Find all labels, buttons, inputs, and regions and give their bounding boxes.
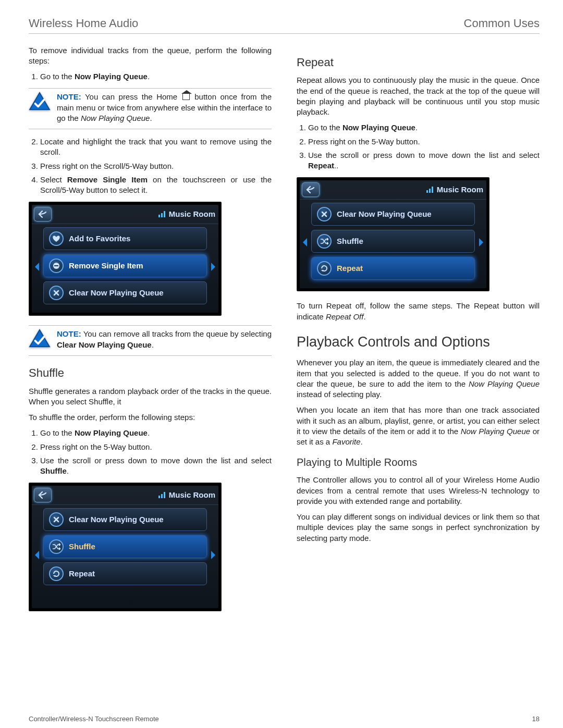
multiple-rooms-heading: Playing to Multiple Rooms: [297, 455, 540, 470]
right-column: Repeat Repeat allows you to continuously…: [297, 45, 540, 621]
scroll-left-arrow[interactable]: [32, 505, 41, 605]
repeat-icon: [49, 566, 64, 581]
scroll-right-arrow[interactable]: [209, 505, 218, 605]
body-text: Whenever you play an item, the queue is …: [297, 357, 540, 400]
page-number: 18: [532, 714, 540, 724]
list-item: Press right on the Scroll/5-Way button.: [40, 161, 272, 171]
heart-icon: [49, 231, 64, 246]
back-button[interactable]: [34, 207, 52, 221]
chevron-right-icon: [211, 263, 216, 271]
menu-item-repeat[interactable]: Repeat: [43, 562, 207, 585]
list-item: Go to the Now Playing Queue.: [308, 122, 540, 133]
list-item: Use the scroll or press down to move dow…: [40, 455, 272, 477]
body-text: When you locate an item that has more th…: [297, 405, 540, 447]
body-text: You can play different songs on individu…: [297, 512, 540, 544]
playback-controls-heading: Playback Controls and Options: [297, 332, 540, 351]
menu-item-clear-queue[interactable]: Clear Now Playing Queue: [43, 508, 207, 531]
screen-title: Music Room: [158, 490, 215, 500]
svg-marker-5: [30, 330, 50, 347]
signal-icon: [158, 211, 166, 217]
list-item: Go to the Now Playing Queue.: [40, 71, 272, 82]
note-box: NOTE: You can remove all tracks from the…: [29, 325, 272, 356]
signal-icon: [426, 187, 434, 193]
body-text: The Controller allows you to control all…: [297, 475, 540, 507]
footer-left: Controller/Wireless-N Touchscreen Remote: [29, 714, 159, 724]
remove-steps: Go to the Now Playing Queue.: [40, 71, 272, 82]
menu-item-clear-queue[interactable]: Clear Now Playing Queue: [311, 203, 475, 226]
svg-marker-0: [30, 93, 50, 109]
left-column: To remove individual tracks from the que…: [29, 45, 272, 621]
remove-icon: [49, 258, 64, 273]
chevron-right-icon: [211, 551, 216, 559]
page-footer: Controller/Wireless-N Touchscreen Remote…: [29, 714, 540, 724]
chevron-left-icon: [302, 238, 307, 246]
close-icon: [49, 512, 64, 527]
body-text: To shuffle the order, perform the follow…: [29, 412, 272, 423]
repeat-icon: [317, 261, 332, 276]
shuffle-icon: [317, 234, 332, 249]
screen-title: Music Room: [158, 209, 215, 219]
back-arrow-icon: [38, 491, 48, 499]
list-item: Locate and highlight the track that you …: [40, 137, 272, 158]
shuffle-heading: Shuffle: [29, 365, 272, 381]
close-icon: [49, 286, 64, 300]
body-text: To turn Repeat off, follow the same step…: [297, 301, 540, 322]
chevron-right-icon: [479, 238, 484, 246]
intro-text: To remove individual tracks from the que…: [29, 45, 272, 67]
note-box: NOTE: You can press the Home button once…: [29, 88, 272, 129]
header-right: Common Uses: [464, 16, 540, 31]
scroll-left-arrow[interactable]: [300, 200, 309, 285]
body-text: Shuffle generates a random playback orde…: [29, 386, 272, 408]
svg-marker-8: [211, 551, 215, 559]
repeat-steps: Go to the Now Playing Queue. Press right…: [308, 122, 540, 171]
header-left: Wireless Home Audio: [29, 16, 138, 31]
menu-item-shuffle[interactable]: Shuffle: [43, 535, 207, 558]
list-item: Press right on the 5-Way button.: [40, 442, 272, 452]
shuffle-steps: Go to the Now Playing Queue. Press right…: [40, 428, 272, 476]
scroll-right-arrow[interactable]: [209, 224, 218, 310]
back-arrow-icon: [38, 210, 48, 218]
menu-item-shuffle[interactable]: Shuffle: [311, 230, 475, 253]
chevron-left-icon: [34, 551, 39, 559]
touchscreen-mock: Music Room Add to Favorites: [29, 202, 222, 316]
list-item: Use the scroll or press down to move dow…: [308, 150, 540, 171]
check-triangle-icon: [29, 329, 51, 349]
screen-title: Music Room: [426, 184, 483, 195]
close-icon: [317, 207, 332, 221]
signal-icon: [158, 492, 166, 498]
svg-rect-3: [54, 265, 58, 266]
remove-steps-cont: Locate and highlight the track that you …: [40, 137, 272, 195]
home-icon: [182, 94, 190, 100]
scroll-right-arrow[interactable]: [477, 200, 486, 285]
menu-item-favorites[interactable]: Add to Favorites: [43, 227, 207, 250]
svg-marker-9: [303, 238, 307, 246]
list-item: Go to the Now Playing Queue.: [40, 428, 272, 438]
note-text: NOTE: You can press the Home button once…: [57, 92, 272, 124]
repeat-heading: Repeat: [297, 55, 540, 70]
list-item: Select Remove Single Item on the touchsc…: [40, 175, 272, 196]
svg-marker-11: [479, 238, 483, 246]
menu-item-clear-queue[interactable]: Clear Now Playing Queue: [43, 281, 207, 304]
check-triangle-icon: [29, 92, 51, 112]
note-text: NOTE: You can remove all tracks from the…: [57, 329, 272, 350]
shuffle-icon: [49, 539, 64, 554]
scroll-left-arrow[interactable]: [32, 224, 41, 310]
page-header: Wireless Home Audio Common Uses: [29, 16, 540, 34]
back-arrow-icon: [305, 186, 316, 194]
touchscreen-mock: Music Room Clear Now Playing Queue Shuff…: [297, 177, 489, 291]
body-text: Repeat allows you to continuously play t…: [297, 75, 540, 117]
svg-marker-1: [35, 263, 39, 271]
back-button[interactable]: [302, 182, 320, 197]
back-button[interactable]: [34, 488, 52, 502]
svg-marker-4: [211, 263, 215, 271]
svg-marker-6: [35, 551, 39, 559]
chevron-left-icon: [34, 263, 39, 271]
touchscreen-mock: Music Room Clear Now Playing Queue Shuff…: [29, 483, 222, 611]
menu-item-remove-single[interactable]: Remove Single Item: [43, 254, 207, 277]
menu-item-repeat[interactable]: Repeat: [311, 257, 475, 280]
list-item: Press right on the 5-Way button.: [308, 137, 540, 147]
